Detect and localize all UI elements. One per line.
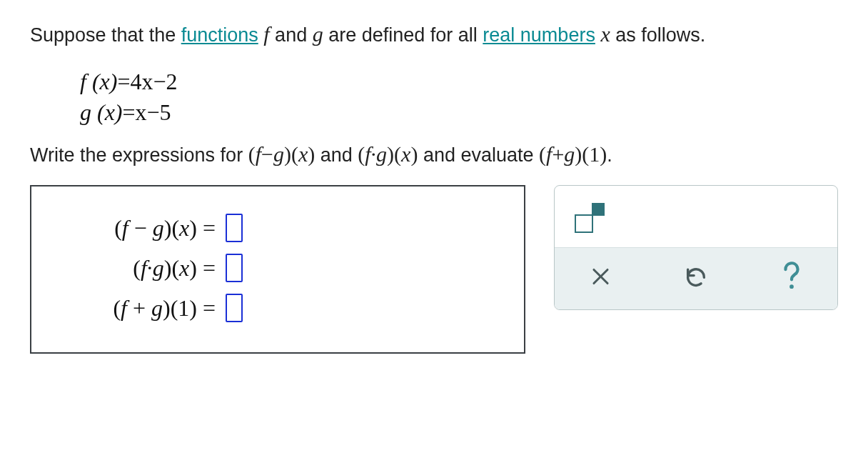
def-f-lhs: f (x) xyxy=(80,69,117,94)
function-definitions: f (x)=4x−2 g (x)=x−5 xyxy=(80,66,838,128)
svg-point-0 xyxy=(789,285,794,289)
task-expr-1: (f−g)(x) xyxy=(248,142,316,166)
def-g-lhs: g (x) xyxy=(80,99,123,125)
def-f-eq: = xyxy=(117,69,130,94)
def-g-rhs: x−5 xyxy=(136,99,171,125)
task-mid1: and xyxy=(315,144,358,166)
functions-link[interactable]: functions xyxy=(181,24,258,46)
close-icon xyxy=(591,267,610,286)
answer-row-2: (f·g)(x) = xyxy=(51,254,504,282)
task-instructions: Write the expressions for (f−g)(x) and (… xyxy=(30,142,838,166)
def-f-rhs: 4x−2 xyxy=(130,69,177,94)
question-icon xyxy=(779,261,804,292)
answer-2-input[interactable] xyxy=(226,254,243,282)
answer-3-label: (f + g)(1) = xyxy=(51,295,216,322)
toolbox-actions xyxy=(555,247,837,309)
def-g-eq: = xyxy=(123,99,136,125)
intro-g: g xyxy=(313,22,323,46)
undo-icon xyxy=(684,264,708,289)
intro-text-post: as follows. xyxy=(610,24,706,46)
toolbox-templates xyxy=(555,186,837,247)
answer-3-input[interactable] xyxy=(226,294,243,322)
help-button[interactable] xyxy=(774,259,809,294)
exponent-base-icon xyxy=(575,214,593,233)
task-pre: Write the expressions for xyxy=(30,144,248,166)
def-g: g (x)=x−5 xyxy=(80,97,838,128)
exponent-button[interactable] xyxy=(572,201,609,236)
answer-box: (f − g)(x) = (f·g)(x) = (f + g)(1) = xyxy=(30,185,525,354)
answer-2-label: (f·g)(x) = xyxy=(51,255,216,282)
real-numbers-link[interactable]: real numbers xyxy=(483,24,595,46)
intro-f: f xyxy=(263,22,269,46)
intro-x: x xyxy=(600,22,610,46)
problem-intro: Suppose that the functions f and g are d… xyxy=(30,20,838,48)
task-post: . xyxy=(607,144,612,166)
answer-row-3: (f + g)(1) = xyxy=(51,294,504,322)
toolbox xyxy=(554,185,838,310)
task-expr-3: (f+g)(1) xyxy=(539,142,607,166)
intro-text-mid3: are defined for all xyxy=(323,24,483,46)
intro-text-mid2: and xyxy=(270,24,313,46)
answer-row-1: (f − g)(x) = xyxy=(51,214,504,242)
answer-1-input[interactable] xyxy=(226,214,243,242)
clear-button[interactable] xyxy=(583,259,617,294)
intro-text-pre: Suppose that the xyxy=(30,24,181,46)
undo-button[interactable] xyxy=(679,259,713,294)
answer-1-label: (f − g)(x) = xyxy=(51,215,216,242)
exponent-power-icon xyxy=(592,203,605,216)
def-f: f (x)=4x−2 xyxy=(80,66,838,97)
task-expr-2: (f·g)(x) xyxy=(358,142,418,166)
task-mid2: and evaluate xyxy=(418,144,539,166)
